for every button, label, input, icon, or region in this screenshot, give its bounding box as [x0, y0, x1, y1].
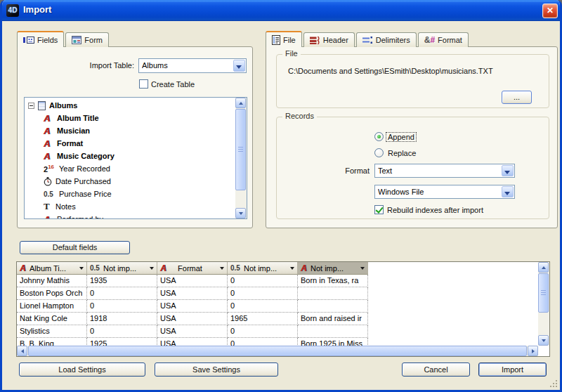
- integer-field-icon: 216: [44, 164, 55, 174]
- cell: Stylistics: [17, 325, 87, 338]
- append-label: Append: [386, 133, 416, 141]
- cell: USA: [157, 287, 228, 300]
- cell: 1935: [87, 275, 157, 287]
- tree-item-field[interactable]: 0.5 Purchase Price: [25, 188, 235, 200]
- tree-item-field[interactable]: T Notes: [25, 200, 235, 213]
- cell: 0: [87, 325, 157, 338]
- save-settings-button[interactable]: Save Settings: [155, 362, 278, 377]
- alpha-field-icon: A: [160, 264, 168, 273]
- rebuild-indexes-checkbox[interactable]: [374, 205, 384, 214]
- record-format-select[interactable]: Text: [374, 164, 515, 178]
- replace-label: Replace: [388, 149, 416, 157]
- format-label: Format: [315, 166, 370, 175]
- tree-item-field[interactable]: A Format: [25, 137, 235, 150]
- column-header-label: Not imp...: [103, 264, 136, 273]
- cell: [298, 325, 368, 338]
- tree-item-field[interactable]: Date Purchased: [25, 175, 235, 188]
- scroll-right-icon[interactable]: [528, 346, 538, 356]
- collapse-expander-icon[interactable]: [28, 103, 34, 109]
- import-button[interactable]: Import: [478, 362, 547, 377]
- table-row: Boston Pops Orch 0 USA 0: [17, 287, 368, 300]
- cell: 0: [228, 287, 298, 300]
- alpha-field-icon: A: [301, 264, 308, 273]
- tree-item-table[interactable]: Albums: [25, 99, 235, 112]
- tab-fields[interactable]: Fields: [17, 31, 64, 47]
- table-row: Lionel Hampton 0 USA 0: [17, 300, 368, 313]
- title-bar[interactable]: 4D Import ✕: [0, 0, 562, 21]
- table-row: Johnny Mathis 1935 USA 0 Born in Texas, …: [17, 275, 368, 287]
- cell: B. B. King: [17, 338, 87, 346]
- replace-radio[interactable]: [374, 148, 384, 157]
- scroll-up-icon[interactable]: [235, 98, 246, 108]
- column-menu-arrow-icon: [79, 267, 84, 270]
- append-radio[interactable]: [374, 132, 384, 141]
- create-table-checkbox[interactable]: [139, 79, 148, 89]
- tab-form[interactable]: Form: [65, 32, 109, 47]
- cell: 0: [87, 287, 157, 300]
- scroll-thumb[interactable]: [538, 273, 549, 313]
- record-format-value: Text: [378, 164, 500, 178]
- cell: 0: [87, 300, 157, 313]
- scroll-down-icon[interactable]: [235, 208, 246, 218]
- tree-item-field[interactable]: A Performed by: [25, 213, 235, 218]
- right-tabstrip: File Header Delimiters &# Format: [266, 31, 470, 47]
- tree-item-field[interactable]: 216 Year Recorded: [25, 162, 235, 175]
- tree-item-label: Format: [57, 139, 83, 148]
- form-icon: [72, 36, 81, 44]
- cell: Lionel Hampton: [17, 300, 87, 313]
- tree-item-field[interactable]: A Musician: [25, 124, 235, 137]
- fields-icon: [23, 36, 34, 44]
- import-table-select[interactable]: Albums: [138, 58, 247, 73]
- tree-item-field[interactable]: A Album Title: [25, 112, 235, 124]
- table-icon: [38, 101, 46, 110]
- column-header-2[interactable]: 0.5 Not imp...: [87, 262, 157, 275]
- cancel-button[interactable]: Cancel: [402, 362, 470, 377]
- tab-file[interactable]: File: [266, 31, 302, 47]
- tree-item-label: Notes: [55, 202, 76, 211]
- import-table-value: Albums: [142, 59, 232, 72]
- preview-hscrollbar[interactable]: [17, 346, 538, 356]
- cell: [298, 287, 368, 300]
- create-table-label: Create Table: [151, 80, 195, 89]
- scroll-thumb[interactable]: [235, 109, 246, 190]
- scroll-up-icon[interactable]: [538, 262, 549, 273]
- table-row: Nat King Cole 1918 USA 1965 Born and rai…: [17, 313, 368, 325]
- alpha-field-icon: A: [44, 215, 53, 219]
- column-header-5[interactable]: A Not imp...: [298, 262, 368, 275]
- scroll-down-icon[interactable]: [538, 335, 549, 346]
- resize-grip[interactable]: [549, 379, 558, 388]
- tab-header[interactable]: Header: [303, 32, 355, 47]
- alpha-field-icon: A: [44, 114, 53, 123]
- chevron-down-icon[interactable]: [233, 60, 245, 72]
- column-header-1[interactable]: A Album Ti...: [17, 262, 87, 275]
- tab-format[interactable]: &# Format: [418, 32, 469, 47]
- chevron-down-icon[interactable]: [502, 165, 514, 176]
- tree-scrollbar[interactable]: [235, 98, 247, 218]
- tab-label: Form: [84, 36, 103, 44]
- scroll-thumb[interactable]: [28, 346, 527, 356]
- tab-label: Format: [438, 36, 462, 44]
- tab-delimiters[interactable]: Delimiters: [356, 32, 417, 47]
- alpha-field-icon: A: [44, 139, 53, 148]
- default-fields-button[interactable]: Default fields: [20, 241, 130, 254]
- file-path-text: C:\Documents and Settings\ESmith\Desktop…: [288, 67, 493, 75]
- preview-vscrollbar[interactable]: [538, 262, 549, 346]
- column-header-3[interactable]: A Format: [157, 262, 228, 275]
- tab-label: Header: [323, 36, 348, 44]
- file-icon: [272, 35, 280, 45]
- rebuild-indexes-label: Rebuild indexes after import: [387, 206, 483, 214]
- column-header-label: Not imp...: [244, 264, 277, 273]
- preview-rows: Johnny Mathis 1935 USA 0 Born in Texas, …: [17, 275, 538, 346]
- cell: Born in Texas, ra: [298, 275, 368, 287]
- chevron-down-icon[interactable]: [502, 186, 514, 197]
- tree-item-field[interactable]: A Music Category: [25, 150, 235, 162]
- file-format-select[interactable]: Windows File: [374, 185, 515, 199]
- load-settings-button[interactable]: Load Settings: [19, 362, 145, 377]
- cell: 0: [228, 275, 298, 287]
- close-button[interactable]: ✕: [542, 4, 558, 18]
- records-group-legend: Records: [282, 112, 317, 120]
- scroll-left-icon[interactable]: [17, 346, 27, 356]
- real-field-icon: 0.5: [230, 264, 242, 272]
- column-header-4[interactable]: 0.5 Not imp...: [228, 262, 298, 275]
- browse-button[interactable]: ...: [502, 91, 532, 104]
